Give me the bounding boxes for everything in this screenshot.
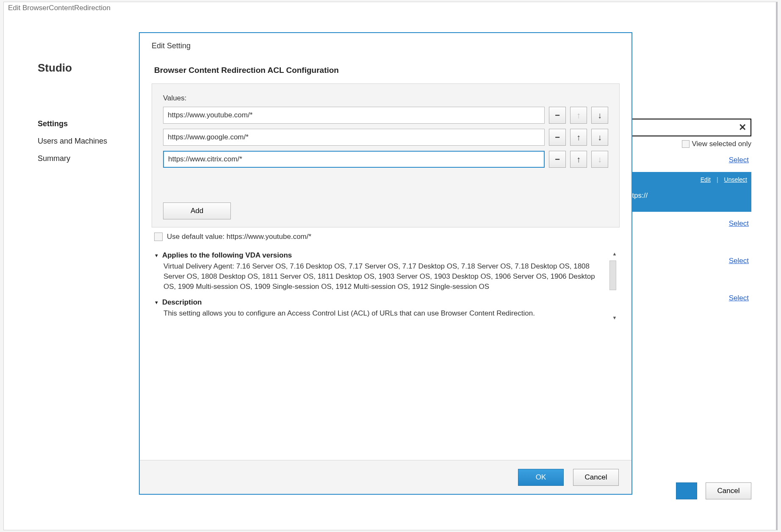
view-selected-label: View selected only [692, 140, 752, 148]
move-down-button-1[interactable]: ↓ [591, 129, 608, 146]
dialog-title: Edit Setting [140, 33, 631, 56]
add-button[interactable]: Add [163, 202, 231, 219]
edit-link[interactable]: Edit [701, 176, 711, 183]
value-input-2[interactable] [163, 151, 545, 168]
default-label: Use default value: https://www.youtube.c… [167, 233, 311, 241]
select-link-3[interactable]: Select [729, 257, 749, 265]
ok-button[interactable]: OK [518, 469, 564, 486]
value-row-0: − ↑ ↓ [163, 107, 608, 124]
select-link-1[interactable]: Select [729, 156, 749, 164]
default-checkbox[interactable] [154, 233, 163, 241]
sidebar-item-users-machines[interactable]: Users and Machines [38, 134, 135, 152]
values-box: Values: − ↑ ↓ − ↑ ↓ − ↑ ↓ Add [152, 83, 620, 227]
move-down-button-2: ↓ [591, 151, 608, 168]
unselect-link[interactable]: Unselect [724, 176, 747, 183]
sidebar-item-summary[interactable]: Summary [38, 152, 135, 169]
info-head-desc[interactable]: ▼ Description [152, 298, 607, 307]
info-scrollbar[interactable]: ▲ ▼ [609, 249, 620, 323]
search-input[interactable]: ✕ [616, 119, 751, 136]
info-section-vda: ▼ Applies to the following VDA versions … [152, 249, 607, 296]
info-body-vda: Virtual Delivery Agent: 7.16 Server OS, … [152, 260, 607, 291]
scroll-up-icon[interactable]: ▲ [609, 249, 620, 259]
right-panel: ✕ View selected only Select Edit | Unsel… [616, 119, 751, 310]
remove-button-0[interactable]: − [549, 107, 566, 124]
view-selected-only[interactable]: View selected only [616, 140, 751, 148]
remove-button-2[interactable]: − [549, 151, 566, 168]
collapse-icon: ▼ [154, 300, 159, 305]
move-up-button-2[interactable]: ↑ [570, 151, 587, 168]
collapse-icon: ▼ [154, 253, 159, 258]
cancel-button[interactable]: Cancel [573, 469, 619, 486]
select-link-4[interactable]: Select [729, 294, 749, 302]
value-input-0[interactable] [163, 107, 545, 124]
info-title-desc: Description [162, 298, 202, 307]
divider: | [717, 176, 718, 183]
info-head-vda[interactable]: ▼ Applies to the following VDA versions [152, 251, 607, 260]
scroll-down-icon[interactable]: ▼ [609, 313, 620, 323]
setting-header: Browser Content Redirection ACL Configur… [152, 58, 620, 83]
close-icon[interactable]: ✕ [739, 122, 746, 133]
dialog-footer: OK Cancel [140, 460, 631, 494]
bg-primary-button[interactable] [676, 482, 697, 499]
move-down-button-0[interactable]: ↓ [591, 107, 608, 124]
scroll-thumb[interactable] [609, 260, 616, 290]
value-row-2: − ↑ ↓ [163, 151, 608, 168]
move-up-button-0: ↑ [570, 107, 587, 124]
info-body-desc: This setting allows you to configure an … [152, 307, 607, 319]
info-section-desc: ▼ Description This setting allows you to… [152, 296, 607, 323]
select-link-2[interactable]: Select [729, 219, 749, 228]
checkbox-icon[interactable] [682, 140, 690, 148]
highlighted-row: Edit | Unselect [616, 172, 751, 187]
value-input-1[interactable] [163, 129, 545, 146]
move-up-button-1[interactable]: ↑ [570, 129, 587, 146]
default-value-row[interactable]: Use default value: https://www.youtube.c… [152, 227, 620, 249]
values-label: Values: [163, 94, 608, 103]
sidebar-title: Studio [38, 61, 135, 75]
info-title-vda: Applies to the following VDA versions [162, 251, 292, 260]
sidebar-item-settings[interactable]: Settings [38, 117, 135, 134]
bottom-buttons-bg: Cancel [676, 482, 751, 499]
edit-setting-dialog: Edit Setting Browser Content Redirection… [139, 32, 632, 495]
window-title: Edit BrowserContentRedirection [4, 2, 776, 15]
info-panel: ▼ Applies to the following VDA versions … [152, 249, 620, 323]
remove-button-1[interactable]: − [549, 129, 566, 146]
value-row-1: − ↑ ↓ [163, 129, 608, 146]
sidebar: Studio Settings Users and Machines Summa… [4, 15, 144, 530]
bg-cancel-button[interactable]: Cancel [706, 482, 751, 499]
dialog-body: Browser Content Redirection ACL Configur… [140, 56, 631, 460]
highlighted-sub: t: https:// [616, 187, 751, 212]
